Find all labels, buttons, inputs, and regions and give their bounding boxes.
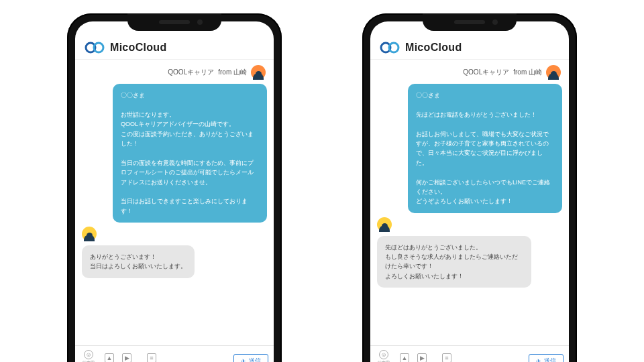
reply-row bbox=[82, 227, 267, 241]
sender-label-row: QOOLキャリア from 山崎 bbox=[82, 65, 267, 80]
sender-avatar bbox=[251, 65, 266, 80]
photo-icon: ▲ bbox=[105, 353, 114, 363]
send-button[interactable]: ✈ 送信 bbox=[233, 354, 268, 362]
sender-avatar bbox=[546, 65, 561, 80]
user-avatar bbox=[82, 227, 97, 241]
app-screen: MicoCloud QOOLキャリア from 山崎 〇〇さま お世話になります… bbox=[75, 21, 274, 362]
photo-button[interactable]: ▲ 写真 bbox=[400, 353, 409, 363]
sender-prefix: QOOLキャリア bbox=[168, 68, 214, 77]
smile-icon: ☺ bbox=[84, 350, 93, 359]
message-outgoing[interactable]: 先ほどはありがとうございました。 もし良さそうな求人がありましたらご連絡いただけ… bbox=[377, 236, 531, 288]
sender-prefix: QOOLキャリア bbox=[463, 68, 509, 77]
photo-button[interactable]: ▲ 写真 bbox=[105, 353, 114, 363]
compose-toolbar: ☺ 絵文字 スタンプ ▲ 写真 ▶ 動画 ≡ テンプレート ✈ 送信 bbox=[370, 345, 569, 362]
template-button[interactable]: ≡ テンプレート bbox=[140, 353, 164, 363]
video-button[interactable]: ▶ 動画 bbox=[122, 353, 131, 363]
video-button[interactable]: ▶ 動画 bbox=[417, 353, 427, 363]
chat-thread: QOOLキャリア from 山崎 〇〇さま 先ほどはお電話をありがとうございまし… bbox=[370, 60, 569, 345]
template-icon: ≡ bbox=[442, 353, 451, 363]
sender-label-row: QOOLキャリア from 山崎 bbox=[377, 65, 562, 80]
phone-frame: MicoCloud QOOLキャリア from 山崎 〇〇さま お世話になります… bbox=[67, 13, 282, 362]
brand-logo-icon bbox=[380, 42, 400, 54]
send-icon: ✈ bbox=[536, 358, 541, 363]
emoji-button[interactable]: ☺ 絵文字 スタンプ bbox=[376, 350, 392, 362]
send-button[interactable]: ✈ 送信 bbox=[529, 354, 564, 362]
sender-from: from 山崎 bbox=[513, 68, 542, 77]
phone-notch bbox=[423, 13, 517, 31]
video-icon: ▶ bbox=[417, 353, 427, 363]
brand-logo-icon bbox=[85, 42, 105, 54]
emoji-button[interactable]: ☺ 絵文字 スタンプ bbox=[80, 350, 97, 362]
user-avatar bbox=[377, 217, 392, 232]
photo-icon: ▲ bbox=[400, 353, 409, 363]
video-icon: ▶ bbox=[122, 353, 131, 363]
phone-notch bbox=[127, 13, 221, 31]
template-icon: ≡ bbox=[147, 353, 156, 363]
sender-from: from 山崎 bbox=[218, 68, 247, 77]
template-button[interactable]: ≡ テンプレート bbox=[435, 353, 459, 363]
chat-thread: QOOLキャリア from 山崎 〇〇さま お世話になります。 QOOLキャリア… bbox=[75, 60, 274, 345]
compose-toolbar: ☺ 絵文字 スタンプ ▲ 写真 ▶ 動画 ≡ テンプレート ✈ 送信 bbox=[75, 345, 274, 362]
message-incoming[interactable]: 〇〇さま 先ほどはお電話をありがとうございました！ お話しお伺いしまして、職場で… bbox=[408, 84, 562, 213]
app-screen: MicoCloud QOOLキャリア from 山崎 〇〇さま 先ほどはお電話を… bbox=[370, 21, 569, 362]
smile-icon: ☺ bbox=[379, 350, 388, 359]
reply-row bbox=[377, 217, 562, 232]
phone-frame: MicoCloud QOOLキャリア from 山崎 〇〇さま 先ほどはお電話を… bbox=[362, 13, 577, 362]
brand-name: MicoCloud bbox=[110, 42, 166, 54]
send-icon: ✈ bbox=[241, 358, 246, 363]
message-incoming[interactable]: 〇〇さま お世話になります。 QOOLキャリアアドバイザーの山崎です。 この度は… bbox=[113, 84, 267, 223]
brand-name: MicoCloud bbox=[405, 42, 462, 54]
message-outgoing[interactable]: ありがとうございます！ 当日はよろしくお願いいたします。 bbox=[82, 245, 195, 278]
